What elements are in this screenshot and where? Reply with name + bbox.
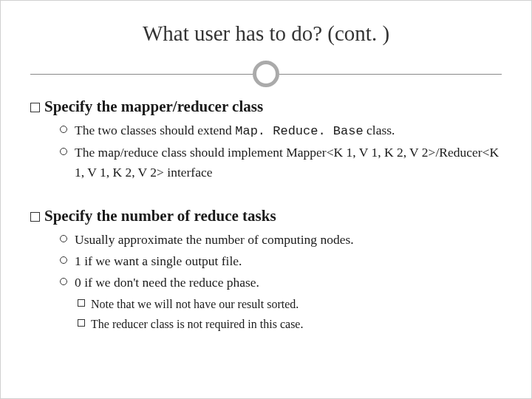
- section-heading-1-text: Specify the mapper/reducer class: [44, 98, 263, 115]
- list-item: 0 if we don't need the reduce phase.: [60, 273, 502, 293]
- note-item: Note that we will not have our result so…: [78, 296, 502, 314]
- section-1-list: The two classes should extend Map. Reduc…: [60, 120, 502, 183]
- section-2-list: Usually approximate the number of comput…: [60, 230, 502, 293]
- square-bullet-icon: [30, 103, 40, 112]
- list-item-suffix: class.: [364, 123, 395, 137]
- divider-circle-icon: [253, 61, 279, 87]
- list-item-text: The map/reduce class should implement Ma…: [75, 145, 499, 180]
- section-2-notes: Note that we will not have our result so…: [78, 296, 502, 334]
- circle-bullet-icon: [60, 278, 67, 285]
- circle-bullet-icon: [60, 256, 67, 264]
- list-item: Usually approximate the number of comput…: [60, 230, 502, 250]
- square-bullet-icon: [78, 299, 85, 307]
- section-heading-1: Specify the mapper/reducer class: [30, 98, 502, 116]
- list-item: The map/reduce class should implement Ma…: [60, 143, 502, 183]
- square-bullet-icon: [78, 319, 85, 327]
- code-text: Map. Reduce. Base: [235, 124, 363, 138]
- circle-bullet-icon: [60, 235, 67, 242]
- note-item: The reducer class is not required in thi…: [78, 316, 502, 334]
- circle-bullet-icon: [60, 148, 67, 155]
- section-heading-2: Specify the number of reduce tasks: [30, 207, 502, 225]
- list-item-text: 1 if we want a single output file.: [75, 253, 242, 268]
- list-item-prefix: The two classes should extend: [75, 123, 235, 137]
- list-item: The two classes should extend Map. Reduc…: [60, 120, 502, 141]
- list-item-text: 0 if we don't need the reduce phase.: [75, 275, 259, 290]
- slide-title: What user has to do? (cont. ): [30, 21, 502, 46]
- section-heading-2-text: Specify the number of reduce tasks: [44, 207, 276, 225]
- list-item-text: Usually approximate the number of comput…: [75, 232, 354, 247]
- slide: What user has to do? (cont. ) Specify th…: [0, 0, 532, 399]
- circle-bullet-icon: [60, 126, 67, 133]
- list-item: 1 if we want a single output file.: [60, 251, 502, 271]
- note-text: Note that we will not have our result so…: [91, 298, 299, 310]
- square-bullet-icon: [30, 212, 40, 222]
- note-text: The reducer class is not required in thi…: [91, 318, 303, 330]
- title-divider: [30, 59, 502, 89]
